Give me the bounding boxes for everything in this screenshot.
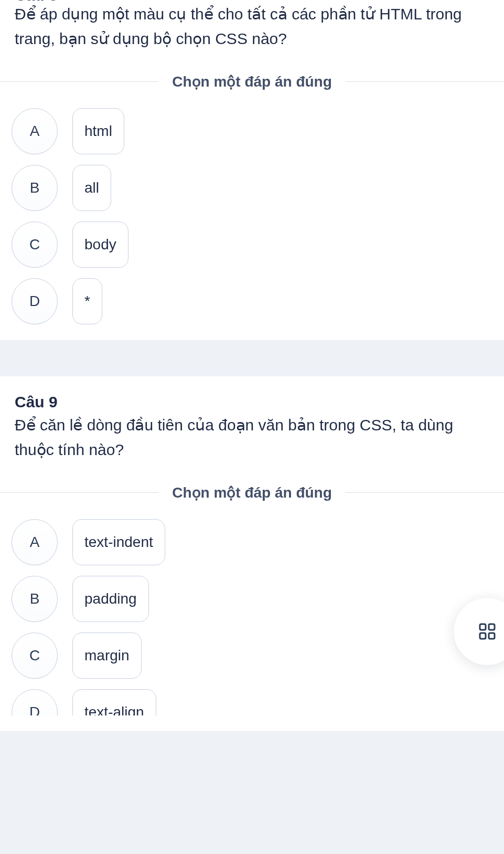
instruction-text: Chọn một đáp án đúng xyxy=(158,484,346,501)
option-letter-badge[interactable]: C xyxy=(12,632,58,679)
option-answer-box[interactable]: * xyxy=(72,278,102,324)
option-letter-badge[interactable]: D xyxy=(12,278,58,324)
svg-rect-1 xyxy=(489,624,495,630)
svg-rect-3 xyxy=(489,633,495,639)
option-row[interactable]: C body xyxy=(12,222,492,268)
option-answer-box[interactable]: padding xyxy=(72,576,149,622)
question-header: Câu 9 Để căn lề dòng đầu tiên của đoạn v… xyxy=(0,393,504,466)
question-number: Câu 9 xyxy=(15,393,489,411)
option-row[interactable]: D text-align xyxy=(12,689,492,715)
option-row[interactable]: B padding xyxy=(12,576,492,622)
option-row[interactable]: C margin xyxy=(12,632,492,679)
question-card: Câu 9 Để căn lề dòng đầu tiên của đoạn v… xyxy=(0,376,504,732)
question-card: Câu 8 Để áp dụng một màu cụ thể cho tất … xyxy=(0,0,504,341)
grid-icon xyxy=(477,621,498,642)
option-answer-box[interactable]: text-indent xyxy=(72,519,165,565)
option-answer-box[interactable]: margin xyxy=(72,632,142,679)
option-letter-badge[interactable]: A xyxy=(12,519,58,565)
question-prompt: Để áp dụng một màu cụ thể cho tất cả các… xyxy=(15,2,489,51)
divider-line xyxy=(0,492,158,493)
option-answer-box[interactable]: html xyxy=(72,108,124,154)
option-answer-box[interactable]: all xyxy=(72,165,111,211)
options-list: A text-indent B padding C margin D text-… xyxy=(0,519,504,715)
divider-line xyxy=(346,492,504,493)
svg-rect-0 xyxy=(480,624,486,630)
instruction-text: Chọn một đáp án đúng xyxy=(158,73,346,90)
option-letter-badge[interactable]: B xyxy=(12,576,58,622)
option-row[interactable]: A text-indent xyxy=(12,519,492,565)
option-answer-box[interactable]: text-align xyxy=(72,689,156,715)
option-row[interactable]: D * xyxy=(12,278,492,324)
options-list: A html B all C body D * xyxy=(0,108,504,324)
svg-rect-2 xyxy=(480,633,486,639)
question-prompt: Để căn lề dòng đầu tiên của đoạn văn bản… xyxy=(15,413,489,462)
instruction-divider: Chọn một đáp án đúng xyxy=(0,73,504,90)
option-row[interactable]: A html xyxy=(12,108,492,154)
option-answer-box[interactable]: body xyxy=(72,222,128,268)
option-row-cutoff: D text-align xyxy=(12,689,492,715)
card-gap xyxy=(0,341,504,376)
option-row[interactable]: B all xyxy=(12,165,492,211)
divider-line xyxy=(346,81,504,82)
option-letter-badge[interactable]: C xyxy=(12,222,58,268)
option-letter-badge[interactable]: A xyxy=(12,108,58,154)
option-letter-badge[interactable]: B xyxy=(12,165,58,211)
question-header: Câu 8 Để áp dụng một màu cụ thể cho tất … xyxy=(0,0,504,55)
divider-line xyxy=(0,81,158,82)
option-letter-badge[interactable]: D xyxy=(12,689,58,715)
instruction-divider: Chọn một đáp án đúng xyxy=(0,484,504,501)
